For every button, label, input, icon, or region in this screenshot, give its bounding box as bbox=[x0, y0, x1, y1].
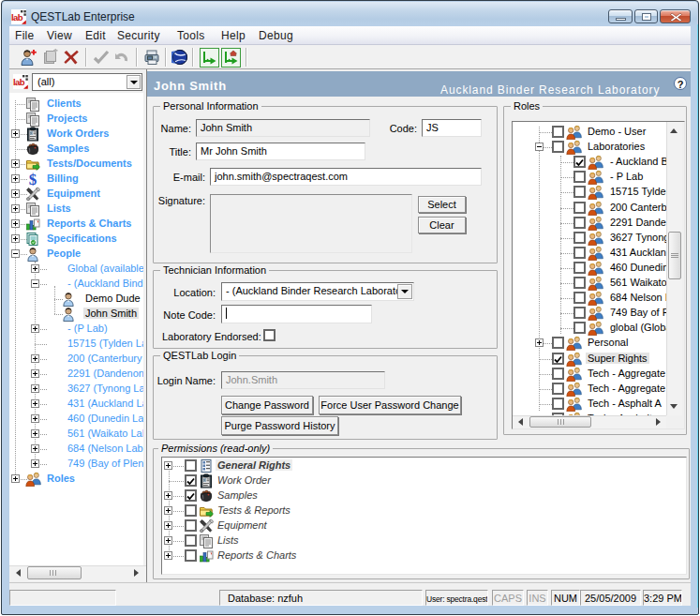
svg-text:lab: lab bbox=[13, 77, 25, 87]
svg-text:lab: lab bbox=[11, 12, 23, 23]
svg-text:$: $ bbox=[29, 172, 37, 187]
